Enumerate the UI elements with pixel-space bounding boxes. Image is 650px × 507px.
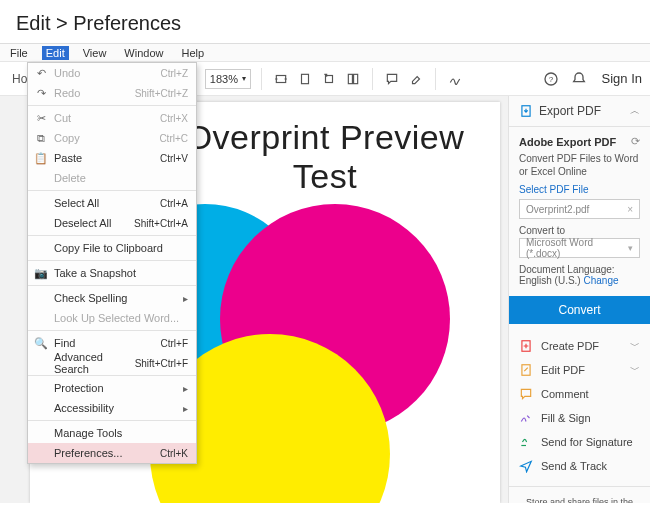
- tool-fill-sign[interactable]: Fill & Sign: [519, 406, 640, 430]
- menu-item-label: Manage Tools: [54, 427, 122, 439]
- edit-pdf-icon: [519, 363, 533, 377]
- redo-icon: ↷: [34, 86, 48, 100]
- refresh-icon[interactable]: ⟳: [631, 135, 640, 148]
- select-file-link[interactable]: Select PDF File: [519, 184, 640, 195]
- fill-sign-icon: [519, 411, 533, 425]
- menu-item-label: Preferences...: [54, 447, 122, 459]
- menu-item-undo[interactable]: ↶ Undo Ctrl+Z: [28, 63, 196, 83]
- tool-label: Create PDF: [541, 340, 599, 352]
- comment-icon[interactable]: [383, 70, 401, 88]
- notification-icon[interactable]: [570, 70, 588, 88]
- tool-label: Comment: [541, 388, 589, 400]
- menu-item-copy[interactable]: ⧉ Copy Ctrl+C: [28, 128, 196, 148]
- menu-item-shortcut: Ctrl+V: [160, 153, 188, 164]
- tool-label: Send & Track: [541, 460, 607, 472]
- menu-item-find[interactable]: 🔍 Find Ctrl+F: [28, 333, 196, 353]
- menu-item-label: Take a Snapshot: [54, 267, 136, 279]
- menu-item-shortcut: Ctrl+C: [159, 133, 188, 144]
- menu-item-select-all[interactable]: Select All Ctrl+A: [28, 193, 196, 213]
- tool-send-signature[interactable]: Send for Signature: [519, 430, 640, 454]
- menu-item-adv-search[interactable]: Advanced Search Shift+Ctrl+F: [28, 353, 196, 373]
- menu-separator: [28, 330, 196, 331]
- doc-language-label: Document Language:: [519, 264, 615, 275]
- menu-item-cut[interactable]: ✂ Cut Ctrl+X: [28, 108, 196, 128]
- selected-file-name: Overprint2.pdf: [526, 204, 589, 215]
- view-mode-icon[interactable]: [344, 70, 362, 88]
- menu-item-label: Advanced Search: [54, 351, 135, 375]
- toolbar-divider-2: [372, 68, 373, 90]
- send-track-icon: [519, 459, 533, 473]
- format-select[interactable]: Microsoft Word (*.docx) ▾: [519, 238, 640, 258]
- menu-separator: [28, 260, 196, 261]
- menu-separator: [28, 375, 196, 376]
- menu-file[interactable]: File: [6, 46, 32, 60]
- menu-item-paste[interactable]: 📋 Paste Ctrl+V: [28, 148, 196, 168]
- menu-item-manage-tools[interactable]: Manage Tools: [28, 423, 196, 443]
- menu-item-copy-file[interactable]: Copy File to Clipboard: [28, 238, 196, 258]
- menu-item-label: Look Up Selected Word...: [54, 312, 179, 324]
- menu-separator: [28, 235, 196, 236]
- menu-item-label: Protection: [54, 382, 104, 394]
- sign-icon[interactable]: [446, 70, 464, 88]
- panel-export-title: Export PDF: [539, 104, 601, 118]
- fit-page-icon[interactable]: [296, 70, 314, 88]
- send-signature-icon: [519, 435, 533, 449]
- menu-item-label: Cut: [54, 112, 71, 124]
- tool-comment[interactable]: Comment: [519, 382, 640, 406]
- doc-language: Document Language: English (U.S.) Change: [519, 264, 640, 286]
- menu-help[interactable]: Help: [177, 46, 208, 60]
- menu-item-label: Copy: [54, 132, 80, 144]
- menu-item-shortcut: Ctrl+X: [160, 113, 188, 124]
- zoom-value: 183%: [210, 73, 238, 85]
- chevron-down-icon: ▾: [242, 74, 246, 83]
- tool-label: Fill & Sign: [541, 412, 591, 424]
- selected-file-field[interactable]: Overprint2.pdf ×: [519, 199, 640, 219]
- menu-item-deselect-all[interactable]: Deselect All Shift+Ctrl+A: [28, 213, 196, 233]
- comment-tool-icon: [519, 387, 533, 401]
- menu-window[interactable]: Window: [120, 46, 167, 60]
- menu-item-shortcut: Shift+Ctrl+F: [135, 358, 188, 369]
- menu-item-snapshot[interactable]: 📷 Take a Snapshot: [28, 263, 196, 283]
- menu-item-protection[interactable]: Protection ▸: [28, 378, 196, 398]
- create-pdf-icon: [519, 339, 533, 353]
- menu-separator: [28, 105, 196, 106]
- zoom-input[interactable]: 183% ▾: [205, 69, 251, 89]
- cut-icon: ✂: [34, 111, 48, 125]
- svg-rect-11: [354, 74, 358, 83]
- menu-item-preferences[interactable]: Preferences... Ctrl+K: [28, 443, 196, 463]
- copy-icon: ⧉: [34, 131, 48, 145]
- undo-icon: ↶: [34, 66, 48, 80]
- change-language-link[interactable]: Change: [583, 275, 618, 286]
- help-icon[interactable]: ?: [542, 70, 560, 88]
- svg-rect-8: [302, 74, 309, 83]
- panel-export-header[interactable]: Export PDF ︿: [519, 104, 640, 118]
- menu-item-delete[interactable]: Delete: [28, 168, 196, 188]
- svg-text:?: ?: [548, 74, 553, 83]
- menu-item-shortcut: Ctrl+F: [161, 338, 189, 349]
- convert-to-label: Convert to: [519, 225, 640, 236]
- chevron-down-icon: ﹀: [630, 363, 640, 377]
- menu-item-label: Copy File to Clipboard: [54, 242, 163, 254]
- doc-language-value: English (U.S.): [519, 275, 581, 286]
- tool-send-track[interactable]: Send & Track: [519, 454, 640, 478]
- tool-edit-pdf[interactable]: Edit PDF ﹀: [519, 358, 640, 382]
- fit-width-icon[interactable]: [272, 70, 290, 88]
- menu-item-label: Select All: [54, 197, 99, 209]
- clear-file-icon[interactable]: ×: [627, 204, 633, 215]
- menu-item-spelling[interactable]: Check Spelling ▸: [28, 288, 196, 308]
- convert-button[interactable]: Convert: [509, 296, 650, 324]
- menu-item-lookup[interactable]: Look Up Selected Word...: [28, 308, 196, 328]
- right-panel: Export PDF ︿ Adobe Export PDF ⟳ Convert …: [508, 96, 650, 503]
- menu-item-accessibility[interactable]: Accessibility ▸: [28, 398, 196, 418]
- menu-item-shortcut: Shift+Ctrl+Z: [135, 88, 188, 99]
- menu-item-redo[interactable]: ↷ Redo Shift+Ctrl+Z: [28, 83, 196, 103]
- highlight-icon[interactable]: [407, 70, 425, 88]
- menu-edit[interactable]: Edit: [42, 46, 69, 60]
- tool-create-pdf[interactable]: Create PDF ﹀: [519, 334, 640, 358]
- submenu-arrow-icon: ▸: [183, 293, 188, 304]
- svg-rect-10: [348, 74, 352, 83]
- rotate-icon[interactable]: [320, 70, 338, 88]
- menu-view[interactable]: View: [79, 46, 111, 60]
- chevron-up-icon: ︿: [630, 104, 640, 118]
- signin-link[interactable]: Sign In: [602, 71, 642, 86]
